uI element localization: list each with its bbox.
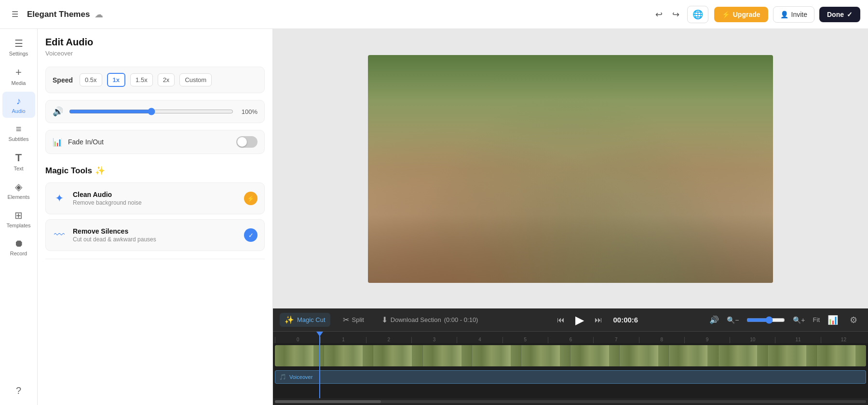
remove-silences-desc: Cut out dead & awkward pauses — [73, 236, 237, 243]
undo-button[interactable]: ↩ — [651, 6, 666, 23]
video-thumb-3 — [373, 345, 422, 366]
fade-toggle[interactable] — [236, 136, 258, 148]
speed-1x-button[interactable]: 1x — [107, 73, 125, 87]
timeline-area: ✨ Magic Cut ✂ Split ⬇ Download Section (… — [273, 308, 868, 405]
panel-title: Edit Audio — [45, 37, 265, 48]
playhead-triangle — [316, 332, 323, 336]
topbar-right: ⚡ Upgrade 👤 Invite Done ✓ — [714, 6, 860, 23]
split-icon: ✂ — [343, 315, 349, 324]
upgrade-button[interactable]: ⚡ Upgrade — [714, 7, 768, 22]
zoom-slider[interactable] — [746, 316, 785, 324]
topbar-center: ↩ ↪ 🌐 — [651, 6, 708, 23]
text-icon: T — [15, 152, 22, 164]
sidebar-item-elements[interactable]: ◈ Elements — [2, 177, 35, 204]
divider — [45, 259, 265, 259]
speed-custom-button[interactable]: Custom — [179, 73, 212, 86]
zoom-out-button[interactable]: 🔍− — [723, 313, 743, 327]
volume-icon: 🔊 — [53, 106, 63, 117]
hamburger-icon[interactable]: ☰ — [8, 7, 22, 22]
check-icon: ✓ — [847, 11, 853, 18]
download-section-button[interactable]: ⬇ Download Section (0:00 - 0:10) — [377, 313, 483, 327]
magic-cut-button[interactable]: ✨ Magic Cut — [280, 313, 330, 327]
waveform-button[interactable]: 📊 — [824, 312, 842, 328]
timeline-toolbar: ✨ Magic Cut ✂ Split ⬇ Download Section (… — [273, 308, 868, 332]
project-title: Elegant Themes — [27, 10, 90, 19]
video-thumb-8 — [620, 345, 669, 366]
speed-control: Speed 0.5x 1x 1.5x 2x Custom — [45, 67, 265, 93]
video-thumb-6 — [521, 345, 570, 366]
video-thumb-11 — [768, 345, 817, 366]
skip-forward-button[interactable]: ⏭ — [592, 314, 605, 326]
speed-2x-button[interactable]: 2x — [158, 73, 175, 86]
video-thumb-4 — [423, 345, 472, 366]
panel-subtitle: Voiceover — [45, 50, 265, 57]
cloud-save-icon: ☁ — [95, 9, 103, 20]
templates-icon: ⊞ — [14, 209, 23, 221]
playhead-ruler-marker[interactable] — [319, 332, 320, 343]
timeline-ruler: 0 1 2 3 4 5 6 7 8 9 10 11 12 — [273, 332, 868, 343]
invite-button[interactable]: 👤 Invite — [773, 6, 814, 23]
remove-silences-text: Remove Silences Cut out dead & awkward p… — [73, 227, 237, 243]
fade-icon: 📊 — [53, 138, 62, 147]
sidebar-item-audio[interactable]: ♪ Audio — [2, 92, 35, 118]
ruler-mark-3: 3 — [411, 337, 457, 343]
volume-slider[interactable] — [69, 108, 233, 115]
audio-icon: ♪ — [16, 96, 21, 107]
fade-label: Fade In/Out — [68, 138, 231, 146]
language-button[interactable]: 🌐 — [687, 6, 708, 23]
fade-control: 📊 Fade In/Out — [45, 130, 265, 154]
invite-label: Invite — [791, 11, 807, 18]
main-area: ☰ Settings + Media ♪ Audio ≡ Subtitles T… — [0, 29, 868, 405]
video-area — [273, 29, 868, 308]
remove-silences-card[interactable]: 〰 Remove Silences Cut out dead & awkward… — [45, 219, 265, 251]
sidebar-item-help[interactable]: ? — [2, 381, 35, 400]
video-thumb-1 — [275, 345, 324, 366]
volume-control: 🔊 100% — [45, 100, 265, 123]
scrollbar-track[interactable] — [275, 400, 866, 403]
sidebar-item-templates[interactable]: ⊞ Templates — [2, 206, 35, 232]
ruler-mark-6: 6 — [548, 337, 593, 343]
elements-icon: ◈ — [15, 181, 22, 193]
speed-1.5x-button[interactable]: 1.5x — [130, 73, 153, 86]
text-label: Text — [14, 166, 23, 171]
video-thumb-7 — [570, 345, 620, 366]
ruler-mark-10: 10 — [730, 337, 775, 343]
audio-track-strip[interactable]: 🎵 Voiceover — [275, 370, 866, 384]
sidebar-item-settings[interactable]: ☰ Settings — [2, 34, 35, 60]
help-icon: ? — [16, 385, 21, 396]
audio-track-icon: 🎵 — [279, 374, 286, 380]
clean-audio-card[interactable]: ✦ Clean Audio Remove background noise ⚡ — [45, 182, 265, 214]
redo-button[interactable]: ↪ — [668, 6, 683, 23]
done-button[interactable]: Done ✓ — [819, 7, 860, 22]
timeline-right-controls: 🔊 🔍− 🔍+ Fit 📊 ⚙ — [709, 312, 861, 328]
media-label: Media — [12, 80, 26, 86]
timeline-volume-icon: 🔊 — [709, 315, 719, 324]
magic-cut-label: Magic Cut — [297, 316, 326, 323]
clean-audio-title: Clean Audio — [73, 191, 237, 198]
scrollbar-thumb[interactable] — [275, 400, 381, 403]
play-button[interactable]: ▶ — [575, 313, 584, 327]
audio-label: Audio — [12, 108, 25, 114]
timeline-tracks: 🎵 Voiceover — [273, 343, 868, 398]
sidebar-item-text[interactable]: T Text — [2, 148, 35, 175]
audio-track-label: Voiceover — [289, 374, 312, 380]
speed-0.5x-button[interactable]: 0.5x — [80, 73, 102, 86]
video-frame — [368, 55, 773, 283]
zoom-in-button[interactable]: 🔍+ — [789, 313, 809, 327]
video-thumb-9 — [669, 345, 718, 366]
sidebar-item-subtitles[interactable]: ≡ Subtitles — [2, 120, 35, 146]
fit-button[interactable]: Fit — [813, 316, 820, 323]
undo-redo-group: ↩ ↪ — [651, 6, 683, 23]
video-track-strip[interactable] — [275, 345, 866, 366]
download-icon: ⬇ — [381, 315, 388, 324]
timeline-settings-button[interactable]: ⚙ — [846, 312, 861, 328]
sidebar-item-record[interactable]: ⏺ Record — [2, 234, 35, 260]
upgrade-label: Upgrade — [733, 11, 760, 18]
split-button[interactable]: ✂ Split — [338, 313, 369, 327]
skip-back-button[interactable]: ⏮ — [554, 314, 568, 326]
ruler-mark-12: 12 — [821, 337, 866, 343]
download-range: (0:00 - 0:10) — [444, 316, 478, 323]
sidebar-item-media[interactable]: + Media — [2, 62, 35, 90]
ruler-marks: 0 1 2 3 4 5 6 7 8 9 10 11 12 — [275, 337, 866, 343]
ruler-mark-11: 11 — [775, 337, 820, 343]
